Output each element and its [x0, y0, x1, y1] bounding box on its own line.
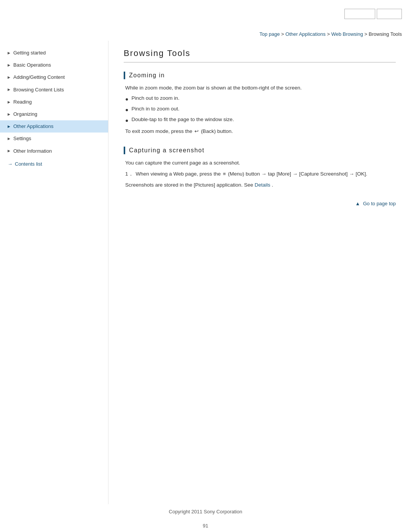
menu-icon: ≡ [223, 170, 226, 178]
page-layout: ▶ Getting started ▶ Basic Operations ▶ A… [0, 41, 411, 504]
sidebar-item-browsing-content-lists[interactable]: ▶ Browsing Content Lists [0, 84, 108, 96]
page-number: 91 [0, 519, 411, 532]
sidebar-item-label: Adding/Getting Content [13, 74, 65, 81]
arrow-icon: → [261, 171, 268, 177]
page-footer: Copyright 2011 Sony Corporation 91 [0, 504, 411, 532]
sidebar-item-label: Organizing [13, 111, 37, 118]
contents-link-label: Contents list [15, 161, 42, 167]
sidebar: ▶ Getting started ▶ Basic Operations ▶ A… [0, 41, 108, 504]
chevron-right-icon: ▶ [8, 112, 10, 117]
page-header: Reader™ User Guide Search Print [0, 0, 411, 27]
list-item: ● Pinch out to zoom in. [125, 94, 396, 104]
sidebar-item-settings[interactable]: ▶ Settings [0, 133, 108, 145]
sidebar-item-organizing[interactable]: ▶ Organizing [0, 108, 108, 120]
zooming-in-intro: While in zoom mode, the zoom bar is show… [125, 84, 396, 93]
list-item: ● Double-tap to fit the page to the wind… [125, 115, 396, 125]
exit-zoom-post: (Back) button. [201, 128, 233, 134]
step-number: 1． [125, 170, 134, 179]
bullet-text: Double-tap to fit the page to the window… [131, 115, 234, 124]
screenshot-steps: 1． When viewing a Web page, press the ≡ … [125, 170, 396, 179]
arrow-icon3: → [349, 171, 355, 177]
sidebar-item-label: Settings [13, 135, 31, 142]
go-to-top-container: ▲ Go to page top [124, 200, 396, 206]
step1-more: tap [More] [268, 171, 291, 177]
sidebar-item-reading[interactable]: ▶ Reading [0, 96, 108, 108]
step-text: When viewing a Web page, press the ≡ (Me… [136, 170, 368, 179]
zooming-bullet-list: ● Pinch out to zoom in. ● Pinch in to zo… [125, 94, 396, 125]
details-link[interactable]: Details [255, 182, 270, 188]
screenshot-section: Capturing a screenshot You can capture t… [124, 147, 396, 190]
sidebar-item-label: Basic Operations [13, 62, 51, 69]
sidebar-item-label: Browsing Content Lists [13, 86, 64, 93]
bullet-text: Pinch in to zoom out. [131, 105, 179, 113]
screenshot-heading: Capturing a screenshot [124, 147, 396, 154]
triangle-up-icon: ▲ [355, 201, 360, 206]
chevron-right-icon: ▶ [8, 51, 10, 56]
step1-mid: (Menu) button [228, 171, 260, 177]
search-button[interactable]: Search [344, 9, 375, 19]
breadcrumb-current: Browsing Tools [369, 31, 402, 37]
list-item: ● Pinch in to zoom out. [125, 105, 396, 115]
back-icon: ↩ [194, 127, 199, 136]
bullet-icon: ● [125, 95, 128, 104]
screenshot-body: You can capture the current page as a sc… [124, 159, 396, 190]
zooming-in-title: Zooming in [129, 72, 165, 79]
breadcrumb-other-applications[interactable]: Other Applications [285, 31, 326, 37]
list-item: 1． When viewing a Web page, press the ≡ … [125, 170, 396, 179]
exit-zoom-text: To exit zoom mode, press the ↩ (Back) bu… [125, 127, 396, 136]
zooming-in-body: While in zoom mode, the zoom bar is show… [124, 84, 396, 136]
step1-ok: [OK]. [356, 171, 368, 177]
sidebar-item-other-applications[interactable]: ▶ Other Applications [0, 120, 108, 133]
breadcrumb-sep1: > [281, 31, 285, 37]
chevron-right-icon: ▶ [8, 100, 10, 105]
zooming-in-heading: Zooming in [124, 72, 396, 79]
breadcrumb-top-page[interactable]: Top page [260, 31, 280, 37]
screenshot-note: Screenshots are stored in the [Pictures]… [125, 181, 396, 190]
screenshot-note-end: . [272, 182, 273, 188]
chevron-right-icon: ▶ [8, 124, 10, 129]
section-bar-icon [124, 147, 125, 154]
step1-pre: When viewing a Web page, press the [136, 171, 221, 177]
sidebar-item-label: Other Information [13, 148, 52, 155]
sidebar-item-label: Other Applications [13, 123, 54, 130]
arrow-icon2: → [293, 171, 299, 177]
step1-capture: [Capture Screenshot] [299, 171, 348, 177]
sidebar-item-label: Getting started [13, 50, 46, 56]
header-actions: Search Print [344, 9, 402, 19]
bullet-text: Pinch out to zoom in. [131, 94, 179, 103]
section-bar-icon [124, 72, 125, 79]
main-content: Browsing Tools Zooming in While in zoom … [108, 41, 411, 504]
screenshot-intro: You can capture the current page as a sc… [125, 159, 396, 168]
bullet-icon: ● [125, 105, 128, 115]
breadcrumb-sep2: > [327, 31, 331, 37]
zooming-in-section: Zooming in While in zoom mode, the zoom … [124, 72, 396, 136]
sidebar-item-other-information[interactable]: ▶ Other Information [0, 145, 108, 157]
app-title: Reader™ User Guide [9, 9, 113, 19]
screenshot-title: Capturing a screenshot [129, 147, 204, 154]
breadcrumb-web-browsing[interactable]: Web Browsing [331, 31, 363, 37]
chevron-right-icon: ▶ [8, 136, 10, 141]
contents-list-link[interactable]: → Contents list [0, 157, 108, 169]
breadcrumb-sep3: > [365, 31, 369, 37]
go-to-top-link[interactable]: ▲ Go to page top [355, 201, 396, 206]
screenshot-note-text: Screenshots are stored in the [Pictures]… [125, 182, 253, 188]
go-to-top-label: Go to page top [363, 201, 396, 206]
chevron-right-icon: ▶ [8, 63, 10, 68]
arrow-right-icon: → [8, 161, 13, 167]
chevron-right-icon: ▶ [8, 149, 10, 153]
sidebar-item-label: Reading [13, 99, 32, 105]
sidebar-item-basic-operations[interactable]: ▶ Basic Operations [0, 59, 108, 71]
page-title: Browsing Tools [124, 48, 396, 62]
print-button[interactable]: Print [377, 9, 402, 19]
chevron-right-icon: ▶ [8, 75, 10, 80]
breadcrumb: Top page > Other Applications > Web Brow… [0, 27, 411, 41]
chevron-right-icon: ▶ [8, 87, 10, 92]
sidebar-item-getting-started[interactable]: ▶ Getting started [0, 47, 108, 59]
sidebar-item-adding-content[interactable]: ▶ Adding/Getting Content [0, 71, 108, 83]
bullet-icon: ● [125, 116, 128, 125]
copyright-text: Copyright 2011 Sony Corporation [0, 504, 411, 519]
exit-zoom-pre: To exit zoom mode, press the [125, 128, 192, 134]
